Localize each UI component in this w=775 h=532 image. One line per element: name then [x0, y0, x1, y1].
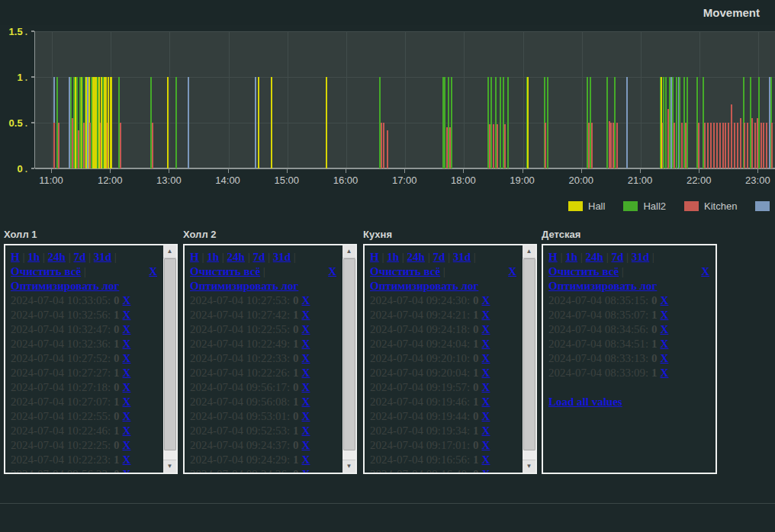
panel-scrollbar[interactable]: ▲▼ — [342, 245, 355, 473]
range-link-1h[interactable]: 1h — [387, 251, 399, 263]
log-entry-delete-link[interactable]: X — [302, 410, 310, 422]
scrollbar-thumb[interactable] — [523, 258, 535, 450]
log-entry-delete-link[interactable]: X — [302, 439, 310, 451]
scrollbar-up-arrow-icon[interactable]: ▲ — [523, 245, 535, 258]
log-entry-delete-link[interactable]: X — [661, 352, 669, 364]
log-entry-delete-link[interactable]: X — [482, 367, 490, 379]
scrollbar-up-arrow-icon[interactable]: ▲ — [163, 245, 176, 258]
optimize-log-link[interactable]: Оптимизировать лог — [370, 280, 478, 292]
scrollbar-down-arrow-icon[interactable]: ▼ — [342, 460, 355, 473]
range-link-24h[interactable]: 24h — [227, 251, 245, 263]
scrollbar-down-arrow-icon[interactable]: ▼ — [523, 460, 535, 473]
log-entry-delete-link[interactable]: X — [661, 338, 669, 350]
motion-event-bar — [152, 123, 153, 168]
range-link-h[interactable]: H — [548, 251, 558, 263]
scrollbar-up-arrow-icon[interactable]: ▲ — [342, 245, 355, 258]
log-entry-delete-link[interactable]: X — [302, 453, 310, 466]
log-entry-delete-link[interactable]: X — [482, 468, 490, 474]
log-entry-delete-link[interactable]: X — [482, 439, 490, 451]
log-entry-value: 0 — [473, 294, 479, 306]
range-link-1h[interactable]: 1h — [207, 251, 219, 263]
clear-all-link[interactable]: Очистить всё — [190, 265, 260, 277]
log-entry-delete-link[interactable]: X — [482, 352, 490, 364]
range-link-h[interactable]: H — [190, 251, 199, 263]
log-entry-delete-link[interactable]: X — [123, 309, 131, 321]
link-separator: | — [291, 251, 296, 263]
clear-all-link[interactable]: Очистить всё — [548, 265, 619, 277]
log-entry-delete-link[interactable]: X — [482, 410, 490, 422]
range-link-24h[interactable]: 24h — [407, 251, 425, 263]
range-link-31d[interactable]: 31d — [273, 251, 291, 263]
range-link-1h[interactable]: 1h — [27, 251, 40, 263]
log-entry-delete-link[interactable]: X — [123, 338, 131, 350]
range-link-7d[interactable]: 7d — [433, 251, 445, 263]
log-entry-timestamp: 2024-07-04 08:34:56: — [548, 323, 651, 335]
range-link-1h[interactable]: 1h — [565, 251, 577, 263]
optimize-log-link[interactable]: Оптимизировать лог — [190, 280, 298, 292]
log-entry-delete-link[interactable]: X — [482, 396, 490, 408]
range-link-31d[interactable]: 31d — [94, 251, 111, 263]
load-all-values-link[interactable]: Load all values — [548, 396, 622, 408]
log-entry-delete-link[interactable]: X — [661, 309, 669, 321]
log-entry-delete-link[interactable]: X — [302, 309, 310, 321]
log-entry-delete-link[interactable]: X — [302, 468, 310, 474]
log-entry-delete-link[interactable]: X — [482, 453, 490, 466]
log-entry-delete-link[interactable]: X — [302, 323, 310, 335]
log-entry-delete-link[interactable]: X — [302, 352, 310, 364]
range-link-7d[interactable]: 7d — [252, 251, 265, 263]
log-entry-delete-link[interactable]: X — [123, 381, 131, 393]
log-entry-delete-link[interactable]: X — [123, 323, 131, 335]
delete-all-link[interactable]: X — [508, 264, 516, 279]
range-link-31d[interactable]: 31d — [632, 251, 649, 263]
log-entry-delete-link[interactable]: X — [123, 453, 131, 466]
range-link-24h[interactable]: 24h — [586, 251, 603, 263]
log-entry-delete-link[interactable]: X — [123, 352, 131, 364]
log-entry-delete-link[interactable]: X — [302, 381, 310, 393]
scrollbar-thumb[interactable] — [164, 258, 176, 450]
log-entry-value: 1 — [293, 309, 299, 321]
log-entry-delete-link[interactable]: X — [302, 425, 310, 437]
range-link-7d[interactable]: 7d — [73, 251, 85, 263]
log-entry-delete-link[interactable]: X — [123, 410, 131, 422]
log-entry-delete-link[interactable]: X — [302, 367, 310, 379]
log-entry-delete-link[interactable]: X — [123, 439, 131, 451]
range-link-24h[interactable]: 24h — [48, 251, 66, 263]
delete-all-link[interactable]: X — [328, 264, 336, 279]
clear-all-link[interactable]: Очистить всё — [370, 265, 440, 277]
log-entry-delete-link[interactable]: X — [123, 396, 131, 408]
log-entry-timestamp: 2024-07-04 10:22:49: — [190, 338, 293, 350]
log-entry-delete-link[interactable]: X — [661, 367, 669, 379]
log-entry-delete-link[interactable]: X — [123, 294, 131, 306]
panel-scrollbar[interactable]: ▲▼ — [163, 245, 176, 473]
log-entry-delete-link[interactable]: X — [123, 367, 131, 379]
log-entry-delete-link[interactable]: X — [482, 294, 490, 306]
log-entry-delete-link[interactable]: X — [123, 468, 131, 474]
range-link-h[interactable]: H — [11, 251, 20, 263]
clear-all-link[interactable]: Очистить всё — [11, 265, 81, 277]
log-entry-timestamp: 2024-07-04 09:52:53: — [190, 425, 293, 437]
scrollbar-thumb[interactable] — [343, 258, 355, 450]
log-entry-delete-link[interactable]: X — [661, 294, 669, 306]
log-entry: 2024-07-04 09:24:04: 1X — [370, 337, 523, 351]
log-entry-delete-link[interactable]: X — [661, 323, 669, 335]
log-entry-delete-link[interactable]: X — [302, 396, 310, 408]
range-link-7d[interactable]: 7d — [611, 251, 623, 263]
log-entry-delete-link[interactable]: X — [482, 338, 490, 350]
delete-all-link[interactable]: X — [149, 264, 157, 279]
optimize-log-link[interactable]: Оптимизировать лог — [11, 280, 119, 292]
link-separator: | — [603, 251, 612, 263]
log-entry-delete-link[interactable]: X — [482, 309, 490, 321]
log-entry-delete-link[interactable]: X — [482, 381, 490, 393]
log-entry-delete-link[interactable]: X — [482, 425, 490, 437]
panel-scrollbar[interactable]: ▲▼ — [523, 245, 535, 473]
log-entry: 2024-07-04 10:32:47: 0X — [11, 322, 163, 337]
delete-all-link[interactable]: X — [701, 264, 709, 279]
scrollbar-down-arrow-icon[interactable]: ▼ — [163, 460, 176, 473]
range-link-h[interactable]: H — [370, 251, 379, 263]
range-link-31d[interactable]: 31d — [453, 251, 471, 263]
log-entry-delete-link[interactable]: X — [302, 338, 310, 350]
log-entry-delete-link[interactable]: X — [123, 425, 131, 437]
log-entry-delete-link[interactable]: X — [482, 323, 490, 335]
optimize-log-link[interactable]: Оптимизировать лог — [548, 280, 657, 292]
log-entry-delete-link[interactable]: X — [302, 294, 310, 306]
